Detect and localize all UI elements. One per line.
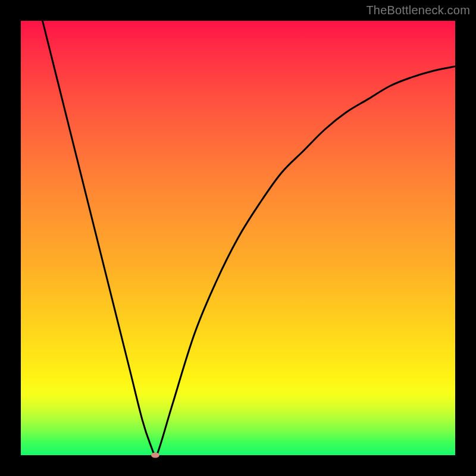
watermark-text: TheBottleneck.com <box>366 4 470 17</box>
plot-area <box>21 21 455 455</box>
optimum-marker <box>151 453 159 458</box>
bottleneck-curve <box>21 21 455 455</box>
chart-frame: TheBottleneck.com <box>0 0 476 476</box>
